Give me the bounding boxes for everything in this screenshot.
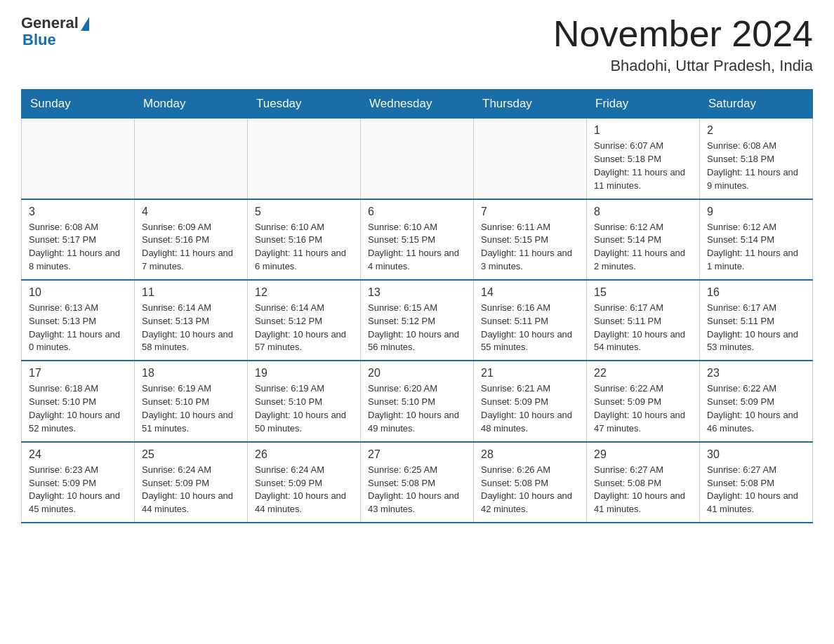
day-number: 26 [255, 448, 353, 461]
calendar-table: SundayMondayTuesdayWednesdayThursdayFrid… [21, 89, 813, 523]
day-number: 1 [594, 124, 692, 137]
day-number: 19 [255, 367, 353, 380]
day-number: 13 [368, 286, 466, 299]
cell-info: Sunrise: 6:10 AM Sunset: 5:15 PM Dayligh… [368, 221, 466, 274]
calendar-cell: 14Sunrise: 6:16 AM Sunset: 5:11 PM Dayli… [474, 280, 587, 361]
calendar-cell: 11Sunrise: 6:14 AM Sunset: 5:13 PM Dayli… [135, 280, 248, 361]
cell-info: Sunrise: 6:08 AM Sunset: 5:18 PM Dayligh… [707, 140, 805, 192]
day-number: 12 [255, 286, 353, 299]
calendar-cell: 8Sunrise: 6:12 AM Sunset: 5:14 PM Daylig… [587, 199, 700, 280]
day-number: 16 [707, 286, 805, 299]
calendar-cell: 26Sunrise: 6:24 AM Sunset: 5:09 PM Dayli… [248, 442, 361, 523]
calendar-cell: 23Sunrise: 6:22 AM Sunset: 5:09 PM Dayli… [700, 361, 813, 441]
location-title: Bhadohi, Uttar Pradesh, India [553, 57, 813, 75]
day-number: 15 [594, 286, 692, 299]
calendar-cell [361, 119, 474, 199]
cell-info: Sunrise: 6:18 AM Sunset: 5:10 PM Dayligh… [29, 382, 127, 435]
calendar-cell: 15Sunrise: 6:17 AM Sunset: 5:11 PM Dayli… [587, 280, 700, 361]
calendar-day-header: Sunday [22, 90, 135, 119]
calendar-day-header: Saturday [700, 90, 813, 119]
month-title: November 2024 [553, 14, 813, 54]
cell-info: Sunrise: 6:23 AM Sunset: 5:09 PM Dayligh… [29, 464, 127, 516]
cell-info: Sunrise: 6:27 AM Sunset: 5:08 PM Dayligh… [707, 464, 805, 516]
calendar-cell: 10Sunrise: 6:13 AM Sunset: 5:13 PM Dayli… [22, 280, 135, 361]
cell-info: Sunrise: 6:22 AM Sunset: 5:09 PM Dayligh… [594, 382, 692, 435]
logo-general-text: General [21, 14, 79, 32]
calendar-day-header: Wednesday [361, 90, 474, 119]
day-number: 17 [29, 367, 127, 380]
cell-info: Sunrise: 6:27 AM Sunset: 5:08 PM Dayligh… [594, 464, 692, 516]
calendar-cell: 20Sunrise: 6:20 AM Sunset: 5:10 PM Dayli… [361, 361, 474, 441]
page-header: General Blue November 2024 Bhadohi, Utta… [21, 14, 813, 75]
day-number: 4 [142, 206, 240, 218]
calendar-week-row: 1Sunrise: 6:07 AM Sunset: 5:18 PM Daylig… [22, 119, 813, 199]
day-number: 29 [594, 448, 692, 461]
calendar-cell: 13Sunrise: 6:15 AM Sunset: 5:12 PM Dayli… [361, 280, 474, 361]
logo-blue-text: Blue [22, 31, 56, 49]
cell-info: Sunrise: 6:13 AM Sunset: 5:13 PM Dayligh… [29, 302, 127, 354]
day-number: 14 [481, 286, 579, 299]
day-number: 24 [29, 448, 127, 461]
calendar-cell: 21Sunrise: 6:21 AM Sunset: 5:09 PM Dayli… [474, 361, 587, 441]
calendar-cell: 28Sunrise: 6:26 AM Sunset: 5:08 PM Dayli… [474, 442, 587, 523]
calendar-cell: 5Sunrise: 6:10 AM Sunset: 5:16 PM Daylig… [248, 199, 361, 280]
calendar-cell [22, 119, 135, 199]
calendar-cell: 3Sunrise: 6:08 AM Sunset: 5:17 PM Daylig… [22, 199, 135, 280]
calendar-cell: 2Sunrise: 6:08 AM Sunset: 5:18 PM Daylig… [700, 119, 813, 199]
day-number: 10 [29, 286, 127, 299]
calendar-cell: 27Sunrise: 6:25 AM Sunset: 5:08 PM Dayli… [361, 442, 474, 523]
logo-triangle-icon [81, 17, 89, 31]
calendar-cell: 6Sunrise: 6:10 AM Sunset: 5:15 PM Daylig… [361, 199, 474, 280]
cell-info: Sunrise: 6:16 AM Sunset: 5:11 PM Dayligh… [481, 302, 579, 354]
cell-info: Sunrise: 6:14 AM Sunset: 5:12 PM Dayligh… [255, 302, 353, 354]
cell-info: Sunrise: 6:15 AM Sunset: 5:12 PM Dayligh… [368, 302, 466, 354]
day-number: 7 [481, 206, 579, 218]
cell-info: Sunrise: 6:25 AM Sunset: 5:08 PM Dayligh… [368, 464, 466, 516]
logo: General Blue [21, 14, 89, 49]
day-number: 6 [368, 206, 466, 218]
calendar-cell: 19Sunrise: 6:19 AM Sunset: 5:10 PM Dayli… [248, 361, 361, 441]
day-number: 27 [368, 448, 466, 461]
cell-info: Sunrise: 6:12 AM Sunset: 5:14 PM Dayligh… [594, 221, 692, 274]
calendar-cell: 1Sunrise: 6:07 AM Sunset: 5:18 PM Daylig… [587, 119, 700, 199]
cell-info: Sunrise: 6:21 AM Sunset: 5:09 PM Dayligh… [481, 382, 579, 435]
day-number: 28 [481, 448, 579, 461]
calendar-cell: 4Sunrise: 6:09 AM Sunset: 5:16 PM Daylig… [135, 199, 248, 280]
day-number: 3 [29, 206, 127, 218]
day-number: 18 [142, 367, 240, 380]
calendar-header-row: SundayMondayTuesdayWednesdayThursdayFrid… [22, 90, 813, 119]
cell-info: Sunrise: 6:07 AM Sunset: 5:18 PM Dayligh… [594, 140, 692, 192]
cell-info: Sunrise: 6:09 AM Sunset: 5:16 PM Dayligh… [142, 221, 240, 274]
calendar-cell: 18Sunrise: 6:19 AM Sunset: 5:10 PM Dayli… [135, 361, 248, 441]
calendar-cell: 29Sunrise: 6:27 AM Sunset: 5:08 PM Dayli… [587, 442, 700, 523]
calendar-cell: 24Sunrise: 6:23 AM Sunset: 5:09 PM Dayli… [22, 442, 135, 523]
cell-info: Sunrise: 6:22 AM Sunset: 5:09 PM Dayligh… [707, 382, 805, 435]
calendar-cell [474, 119, 587, 199]
day-number: 5 [255, 206, 353, 218]
cell-info: Sunrise: 6:08 AM Sunset: 5:17 PM Dayligh… [29, 221, 127, 274]
calendar-cell: 22Sunrise: 6:22 AM Sunset: 5:09 PM Dayli… [587, 361, 700, 441]
cell-info: Sunrise: 6:19 AM Sunset: 5:10 PM Dayligh… [255, 382, 353, 435]
calendar-day-header: Thursday [474, 90, 587, 119]
cell-info: Sunrise: 6:14 AM Sunset: 5:13 PM Dayligh… [142, 302, 240, 354]
calendar-cell: 25Sunrise: 6:24 AM Sunset: 5:09 PM Dayli… [135, 442, 248, 523]
cell-info: Sunrise: 6:20 AM Sunset: 5:10 PM Dayligh… [368, 382, 466, 435]
cell-info: Sunrise: 6:17 AM Sunset: 5:11 PM Dayligh… [707, 302, 805, 354]
cell-info: Sunrise: 6:24 AM Sunset: 5:09 PM Dayligh… [142, 464, 240, 516]
cell-info: Sunrise: 6:17 AM Sunset: 5:11 PM Dayligh… [594, 302, 692, 354]
cell-info: Sunrise: 6:10 AM Sunset: 5:16 PM Dayligh… [255, 221, 353, 274]
calendar-week-row: 24Sunrise: 6:23 AM Sunset: 5:09 PM Dayli… [22, 442, 813, 523]
day-number: 9 [707, 206, 805, 218]
calendar-week-row: 17Sunrise: 6:18 AM Sunset: 5:10 PM Dayli… [22, 361, 813, 441]
calendar-week-row: 3Sunrise: 6:08 AM Sunset: 5:17 PM Daylig… [22, 199, 813, 280]
calendar-day-header: Monday [135, 90, 248, 119]
cell-info: Sunrise: 6:19 AM Sunset: 5:10 PM Dayligh… [142, 382, 240, 435]
cell-info: Sunrise: 6:24 AM Sunset: 5:09 PM Dayligh… [255, 464, 353, 516]
day-number: 25 [142, 448, 240, 461]
calendar-cell [248, 119, 361, 199]
day-number: 11 [142, 286, 240, 299]
calendar-cell: 9Sunrise: 6:12 AM Sunset: 5:14 PM Daylig… [700, 199, 813, 280]
day-number: 30 [707, 448, 805, 461]
day-number: 21 [481, 367, 579, 380]
calendar-cell: 17Sunrise: 6:18 AM Sunset: 5:10 PM Dayli… [22, 361, 135, 441]
